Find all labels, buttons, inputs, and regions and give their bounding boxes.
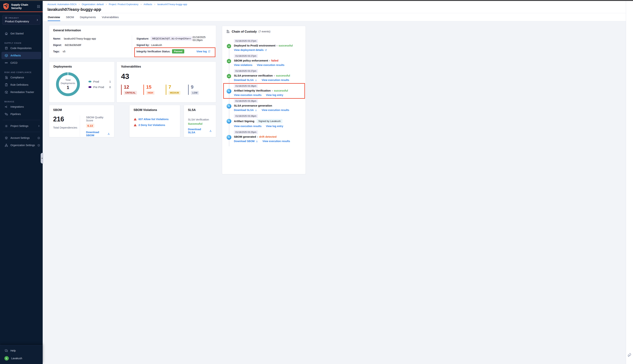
- pipeline-event-icon: [226, 44, 231, 48]
- nav-section-supply-chain: SUPPLY CHAIN: [0, 42, 43, 44]
- sidebar-item-artifacts[interactable]: Artifacts: [2, 52, 41, 59]
- sidebar-item-account-settings[interactable]: Account Settings: [0, 134, 43, 142]
- app-title: Supply Chain Security: [11, 3, 35, 10]
- view-execution-results-link[interactable]: View execution results: [262, 140, 290, 143]
- download-icon: [209, 130, 212, 132]
- breadcrumb-artifact-name[interactable]: lavakush07/easy-buggy-app: [157, 3, 187, 6]
- prod-swatch: [88, 81, 92, 82]
- view-execution-results-link[interactable]: View execution results: [234, 125, 262, 128]
- deny-list-violations-link[interactable]: 2 Deny list Violations: [138, 124, 165, 126]
- info-icon[interactable]: [37, 136, 40, 139]
- card-title: SLSA: [188, 108, 212, 112]
- sidebar-item-integrations[interactable]: Integrations: [0, 103, 43, 110]
- page-content: General Information Name: lavakush07/eas…: [43, 21, 316, 182]
- field-name: Name: lavakush07/easy-buggy-app: [53, 35, 132, 42]
- event-timestamp: 01/16/2025 03:25pm: [234, 130, 258, 134]
- project-cube-icon: [5, 17, 7, 19]
- deny-list-violations-row: 2 Deny list Violations: [134, 124, 176, 127]
- view-execution-results-link[interactable]: View execution results: [262, 78, 289, 82]
- view-execution-results-link[interactable]: View execution results: [262, 108, 289, 112]
- allow-list-violations-link[interactable]: 637 Allow list Violations: [138, 118, 168, 121]
- download-icon: [256, 140, 258, 142]
- event-timestamp: 01/16/2025 03:27pm: [234, 39, 258, 43]
- sidebar-item-cicd[interactable]: CI/CD: [0, 59, 43, 66]
- field-integrity-verification: Integrity Verification Status: Passed Vi…: [136, 48, 212, 54]
- sidebar-item-label: Project Settings: [10, 124, 28, 128]
- sidebar-collapse-handle[interactable]: ◀: [41, 153, 43, 164]
- scanner-event-icon: [226, 104, 231, 108]
- breadcrumb-organization[interactable]: Organization: default: [82, 3, 104, 6]
- severity-high: 15 HIGH: [144, 84, 160, 95]
- sidebar-item-label: Code Repositories: [10, 47, 32, 50]
- slsa-card: SLSA SLSA Verification Successful Downlo…: [184, 105, 216, 137]
- signed-by-badge: Signed by Lavakush: [256, 119, 282, 123]
- view-execution-results-link[interactable]: View execution results: [257, 64, 284, 66]
- sidebar-item-compliance[interactable]: Compliance: [0, 74, 43, 81]
- view-deployment-details-link[interactable]: View deployment details: [234, 48, 267, 52]
- tab-deployments[interactable]: Deployments: [80, 13, 96, 21]
- download-slsa-link[interactable]: Download SLSA: [188, 128, 212, 134]
- event-timestamp: 01/16/2025 03:27pm: [234, 54, 258, 58]
- sidebar-item-get-started[interactable]: Get Started: [0, 30, 43, 37]
- gear-icon: [4, 124, 8, 128]
- coc-event-slsa-provenance-verification: 01/16/2025 03:27pm SLSA provenance verif…: [234, 69, 306, 82]
- org-chart-icon: [4, 143, 8, 147]
- download-slsa-link[interactable]: Download SLSA: [234, 78, 257, 82]
- warning-triangle-icon: [134, 118, 137, 121]
- chain-of-custody-icon: [226, 30, 230, 33]
- event-timestamp: 01/16/2025 03:26pm: [234, 99, 258, 103]
- sidebar-item-project-settings[interactable]: Project Settings: [0, 122, 43, 130]
- download-sbom-link[interactable]: Download SBOM: [234, 140, 258, 143]
- view-execution-results-link[interactable]: View execution results: [234, 94, 262, 96]
- app-switcher-grid-icon[interactable]: [37, 5, 40, 8]
- breadcrumb-account[interactable]: Account: Automation-SSCA: [48, 3, 76, 6]
- project-selector[interactable]: PROJECT Product Exploratory: [2, 15, 40, 25]
- view-violations-link[interactable]: View violations: [234, 64, 252, 66]
- supply-chain-security-logo-icon: [3, 3, 9, 10]
- tab-vulnerabilities[interactable]: Vulnerabilities: [102, 13, 119, 21]
- view-log-entry-link[interactable]: View log entry: [266, 94, 283, 96]
- event-title: Deployed to Prod2 environment: [234, 44, 276, 47]
- nav-section-manage: MANAGE: [0, 100, 43, 103]
- severity-critical: 12 CRITICAL: [121, 84, 137, 95]
- coc-event-sbom-generated: 01/16/2025 03:25pm SBOM generated - drif…: [234, 130, 306, 143]
- breadcrumb-project[interactable]: Project: Product Exploratory: [109, 3, 138, 6]
- sidebar-item-code-repositories[interactable]: Code Repositories: [0, 44, 43, 52]
- sidebar-item-rule-definitions[interactable]: Rule Definitions: [0, 81, 43, 88]
- download-sbom-link[interactable]: Download SBOM: [86, 130, 110, 137]
- severity-medium: 7 MEDIUM: [166, 84, 182, 95]
- external-link-icon: [265, 49, 267, 51]
- event-status: failed: [271, 59, 278, 62]
- info-icon[interactable]: [37, 144, 40, 147]
- scanner-event-icon: [226, 135, 231, 140]
- field-signature: Signature: MEQCICde2VjIT...bL+2+mqnOXw==…: [136, 35, 212, 42]
- sidebar-item-remediation-tracker[interactable]: Remediation Tracker: [0, 88, 43, 96]
- tab-sbom[interactable]: SBOM: [66, 13, 74, 21]
- external-link-icon: [208, 50, 210, 53]
- sidebar-item-label: Pipelines: [10, 112, 21, 116]
- document-search-icon: [4, 76, 8, 79]
- sidebar-item-label: Artifacts: [10, 54, 21, 57]
- download-slsa-link[interactable]: Download SLSA: [234, 108, 257, 112]
- scanner-event-icon: [226, 89, 231, 94]
- clipboard-check-icon: [4, 83, 8, 86]
- pipelines-icon: [4, 112, 8, 116]
- sbom-card: SBOM 216 Total Dependencies SBOM Quality…: [49, 105, 114, 137]
- sidebar-item-pipelines[interactable]: Pipelines: [0, 110, 43, 118]
- coc-event-deployed-prod2: 01/16/2025 03:27pm Deployed to Prod2 env…: [234, 39, 306, 52]
- layers-icon: [4, 136, 8, 140]
- scanner-event-icon: [226, 119, 231, 124]
- general-information-card: General Information Name: lavakush07/eas…: [49, 25, 216, 58]
- severity-low: 9 LOW: [188, 84, 204, 95]
- deployments-card: Deployments Total Deployments 1 Prod 1: [49, 62, 115, 102]
- chain-of-custody-panel: Chain of Custody (7 events) 01/16/2025 0…: [222, 26, 306, 174]
- view-log-entry-link[interactable]: View log entry: [266, 125, 283, 128]
- view-log-link[interactable]: View log: [196, 50, 212, 53]
- sidebar-item-organization-settings[interactable]: Organization Settings: [0, 142, 43, 149]
- event-timestamp: 01/16/2025 03:26pm: [234, 84, 258, 88]
- deployments-donut-chart: Total Deployments 1: [56, 72, 80, 96]
- card-title: SBOM Violations: [134, 108, 176, 112]
- tab-overview[interactable]: Overview: [48, 13, 60, 21]
- breadcrumb-artifacts[interactable]: Artifacts: [144, 3, 152, 6]
- deployments-legend: Prod 1 Pre Prod 0: [88, 80, 111, 88]
